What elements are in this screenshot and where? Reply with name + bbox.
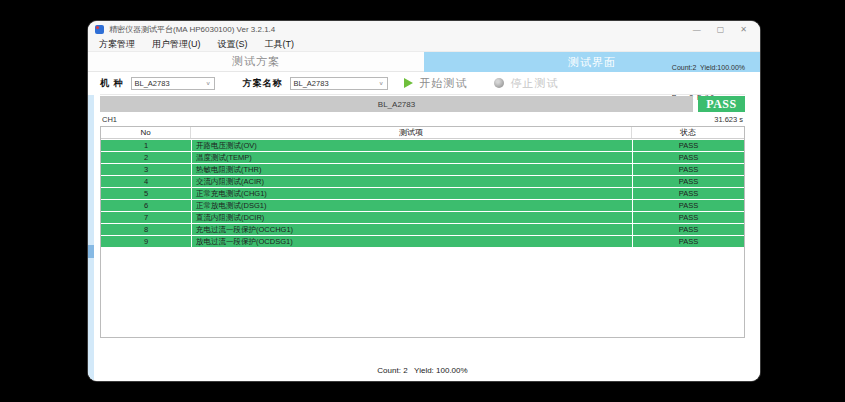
row-status: PASS bbox=[633, 140, 744, 151]
left-scrollbar-thumb[interactable] bbox=[88, 245, 94, 258]
row-item: 温度测试(TEMP) bbox=[192, 152, 632, 163]
row-no: 8 bbox=[101, 224, 191, 235]
start-test-label: 开始测试 bbox=[420, 76, 468, 91]
row-no: 7 bbox=[101, 212, 191, 223]
row-item: 放电过流一段保护(OCDSG1) bbox=[192, 236, 632, 247]
title-bar: 精密仪器测试平台(MA HP6030100) Ver 3.2.1.4 — ▢ ✕ bbox=[88, 21, 760, 38]
channel-row: CH1 31.623 s bbox=[100, 112, 745, 126]
row-status: PASS bbox=[633, 176, 744, 187]
summary: Count: 2 Yield: 100.00% Pass: 2 Fail: 0 bbox=[100, 338, 745, 381]
row-status: PASS bbox=[633, 224, 744, 235]
header-no: No bbox=[101, 127, 191, 138]
row-no: 3 bbox=[101, 164, 191, 175]
table-row[interactable]: 2 温度测试(TEMP) PASS bbox=[101, 152, 744, 163]
pass-result-badge: PASS bbox=[698, 96, 745, 112]
row-no: 4 bbox=[101, 176, 191, 187]
model-select-value: BL_A2783 bbox=[135, 79, 170, 88]
window-controls: — ▢ ✕ bbox=[693, 26, 753, 34]
row-status: PASS bbox=[633, 152, 744, 163]
model-banner: BL_A2783 bbox=[100, 96, 693, 112]
table-row[interactable]: 6 正常放电测试(DSG1) PASS bbox=[101, 200, 744, 211]
row-item: 充电过流一段保护(OCCHG1) bbox=[192, 224, 632, 235]
stats-count-yield: Count:2 Yield:100.00% bbox=[672, 63, 745, 73]
chevron-down-icon: ∨ bbox=[206, 80, 211, 86]
row-item: 直流内阻测试(DCIR) bbox=[192, 212, 632, 223]
row-status: PASS bbox=[633, 200, 744, 211]
stop-test-label: 停止测试 bbox=[511, 76, 559, 91]
maximize-icon[interactable]: ▢ bbox=[717, 26, 725, 34]
menu-bar: 方案管理 用户管理(U) 设置(S) 工具(T) bbox=[88, 38, 760, 52]
stop-test-button[interactable]: 停止测试 bbox=[494, 76, 559, 91]
toolbar: 机 种 BL_A2783 ∨ 方案名称 BL_A2783 ∨ 开始测试 停止测试… bbox=[100, 72, 745, 95]
minimize-icon[interactable]: — bbox=[693, 26, 701, 34]
table-row[interactable]: 7 直流内阻测试(DCIR) PASS bbox=[101, 212, 744, 223]
plan-name-select-value: BL_A2783 bbox=[294, 79, 329, 88]
elapsed-time: 31.623 s bbox=[714, 115, 743, 124]
plan-name-label: 方案名称 bbox=[243, 77, 283, 90]
close-icon[interactable]: ✕ bbox=[740, 26, 747, 34]
table-header: No 测试项 状态 bbox=[101, 127, 744, 139]
channel-label: CH1 bbox=[102, 115, 117, 124]
table-row[interactable]: 5 正常充电测试(CHG1) PASS bbox=[101, 188, 744, 199]
model-label: 机 种 bbox=[100, 77, 124, 90]
tab-test-plan[interactable]: 测试方案 bbox=[88, 52, 424, 72]
row-no: 5 bbox=[101, 188, 191, 199]
table-row[interactable]: 4 交流内阻测试(ACIR) PASS bbox=[101, 176, 744, 187]
row-item: 热敏电阻测试(THR) bbox=[192, 164, 632, 175]
table-row[interactable]: 1 开路电压测试(OV) PASS bbox=[101, 140, 744, 151]
play-icon bbox=[404, 78, 413, 88]
model-select[interactable]: BL_A2783 ∨ bbox=[131, 77, 215, 90]
start-test-button[interactable]: 开始测试 bbox=[404, 76, 468, 91]
row-status: PASS bbox=[633, 236, 744, 247]
header-status: 状态 bbox=[632, 127, 744, 138]
header-test-item: 测试项 bbox=[191, 127, 632, 138]
row-status: PASS bbox=[633, 188, 744, 199]
row-item: 正常充电测试(CHG1) bbox=[192, 188, 632, 199]
table-row[interactable]: 8 充电过流一段保护(OCCHG1) PASS bbox=[101, 224, 744, 235]
row-item: 开路电压测试(OV) bbox=[192, 140, 632, 151]
menu-item-tools[interactable]: 工具(T) bbox=[265, 38, 295, 51]
app-window: 精密仪器测试平台(MA HP6030100) Ver 3.2.1.4 — ▢ ✕… bbox=[88, 21, 760, 381]
app-icon bbox=[95, 25, 104, 34]
plan-name-select[interactable]: BL_A2783 ∨ bbox=[290, 77, 388, 90]
row-no: 1 bbox=[101, 140, 191, 151]
row-no: 6 bbox=[101, 200, 191, 211]
content-area: 机 种 BL_A2783 ∨ 方案名称 BL_A2783 ∨ 开始测试 停止测试… bbox=[88, 72, 760, 381]
menu-item-settings[interactable]: 设置(S) bbox=[218, 38, 248, 51]
row-item: 正常放电测试(DSG1) bbox=[192, 200, 632, 211]
tab-bar: 测试方案 测试界面 bbox=[88, 52, 760, 72]
row-status: PASS bbox=[633, 212, 744, 223]
test-results-table: No 测试项 状态 1 开路电压测试(OV) PASS 2 温度测试(TEMP)… bbox=[100, 126, 745, 338]
row-item: 交流内阻测试(ACIR) bbox=[192, 176, 632, 187]
result-banner-row: BL_A2783 PASS bbox=[100, 96, 745, 112]
table-row[interactable]: 3 热敏电阻测试(THR) PASS bbox=[101, 164, 744, 175]
row-no: 2 bbox=[101, 152, 191, 163]
menu-item-plan-management[interactable]: 方案管理 bbox=[99, 38, 135, 51]
summary-count-yield: Count: 2 Yield: 100.00% bbox=[100, 365, 745, 377]
menu-item-user-management[interactable]: 用户管理(U) bbox=[152, 38, 201, 51]
left-scrollbar[interactable] bbox=[88, 95, 94, 381]
row-no: 9 bbox=[101, 236, 191, 247]
window-title: 精密仪器测试平台(MA HP6030100) Ver 3.2.1.4 bbox=[109, 24, 275, 35]
table-row[interactable]: 9 放电过流一段保护(OCDSG1) PASS bbox=[101, 236, 744, 247]
test-table-body: 1 开路电压测试(OV) PASS 2 温度测试(TEMP) PASS 3 热敏… bbox=[101, 139, 744, 247]
chevron-down-icon: ∨ bbox=[379, 80, 384, 86]
row-status: PASS bbox=[633, 164, 744, 175]
stop-icon bbox=[494, 78, 504, 88]
